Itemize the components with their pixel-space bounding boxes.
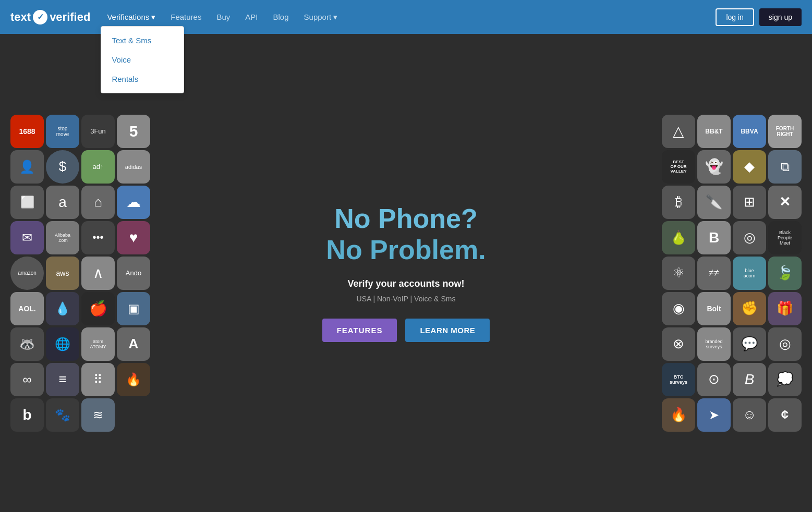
hero-section: No Phone? No Problem. Verify your accoun… xyxy=(302,204,511,343)
left-icon-5: 5 xyxy=(117,115,150,148)
right-icon-forthright: FORTHRIGHT xyxy=(768,115,802,148)
left-icon-amazon: amazon xyxy=(10,257,44,290)
right-icon-delta: △ xyxy=(662,115,695,148)
right-icon-btc-surveys: BTCsurveys xyxy=(662,363,695,396)
right-icon-fist: ✊ xyxy=(733,292,766,325)
right-icon-rings: ⊗ xyxy=(662,327,695,361)
navbar: text ✓ verified Verifications ▾ Text & S… xyxy=(0,0,812,34)
left-icon-baidu-b: b xyxy=(10,398,44,432)
left-icon-globe: 🌐 xyxy=(46,327,79,361)
right-icon-bbt: BB&T xyxy=(697,115,731,148)
left-icon-portrait: ⬜ xyxy=(10,186,44,219)
dropdown-voice[interactable]: Voice xyxy=(101,50,184,69)
left-icon-raccoon: 🦝 xyxy=(10,327,44,361)
right-icon-b-script: B xyxy=(733,363,766,396)
right-icon-disc: ◎ xyxy=(768,327,802,361)
right-icon-x-mark: ✕ xyxy=(768,186,802,219)
right-icon-bitcoin: ₿ xyxy=(662,186,695,219)
left-icon-1688: 1688 xyxy=(10,115,44,148)
logo-text-right: verified xyxy=(50,10,90,24)
chevron-down-icon-support: ▾ xyxy=(333,13,337,22)
right-icon-bestvalley: BESTOF OURVALLEY xyxy=(662,150,695,184)
left-icon-av: ∧ xyxy=(81,257,115,290)
left-icon-ando: Ando xyxy=(117,257,150,290)
right-icon-gift: 🎁 xyxy=(768,292,802,325)
logo: text ✓ verified xyxy=(10,10,90,25)
right-icon-blueacorn: blueacorn xyxy=(733,257,766,290)
hero-title-line2: No Problem. xyxy=(302,234,511,266)
logo-checkmark: ✓ xyxy=(33,10,47,25)
left-icon-accountant: 👤 xyxy=(10,150,44,184)
left-icon-adidas: adidas xyxy=(117,150,150,184)
right-icon-bubble: 💭 xyxy=(768,363,802,396)
left-icon-3fun: 3Fun xyxy=(81,115,115,148)
right-app-grid: △BB&TBBVAFORTHRIGHTBESTOF OURVALLEY👻◆⧉₿🔪… xyxy=(662,115,802,432)
left-icon-dollar: $ xyxy=(46,150,79,184)
right-icon-chat: 💬 xyxy=(733,327,766,361)
right-icon-branded-surveys: brandedsurveys xyxy=(697,327,731,361)
left-icon-dots: ••• xyxy=(81,221,115,254)
right-icon-bbva: BBVA xyxy=(733,115,766,148)
left-icon-alibaba: Alibaba.com xyxy=(46,221,79,254)
right-icon-leaf: 🍃 xyxy=(768,257,802,290)
verifications-dropdown-menu: Text & Sms Voice Rentals xyxy=(101,26,184,93)
right-icon-grid-icon: ⊞ xyxy=(733,186,766,219)
left-icon-bank: ≋ xyxy=(81,398,115,432)
right-icon-blackpeoplemeet: BlackPeopleMeet xyxy=(768,221,802,254)
left-icon-aws: aws xyxy=(46,257,79,290)
right-icon-pear: 🍐 xyxy=(662,221,695,254)
left-icon-apple: 🍎 xyxy=(81,292,115,325)
main-content: 1688stopmove3Fun5👤$ad↑adidas⬜a⌂☁✉Alibaba… xyxy=(0,34,812,512)
left-icon-square: ▣ xyxy=(117,292,150,325)
nav-support[interactable]: Support ▾ xyxy=(298,8,344,26)
right-icon-layers: ⧉ xyxy=(768,150,802,184)
login-button[interactable]: log in xyxy=(716,8,754,26)
right-icon-smile: ☺ xyxy=(733,398,766,432)
left-icon-cloud: ☁ xyxy=(117,186,150,219)
chevron-down-icon: ▾ xyxy=(151,13,155,22)
features-button[interactable]: FEATURES xyxy=(322,319,397,342)
right-icon-arrow: ➤ xyxy=(697,398,731,432)
left-icon-fire: 🔥 xyxy=(117,363,150,396)
logo-text-left: text xyxy=(10,10,31,24)
nav-api[interactable]: API xyxy=(239,8,264,26)
right-icon-atom-icon: ⚛ xyxy=(662,257,695,290)
nav-blog[interactable]: Blog xyxy=(267,8,295,26)
right-icon-circle-b: ◎ xyxy=(733,221,766,254)
hero-buttons: FEATURES LEARN MORE xyxy=(302,319,511,342)
right-icon-fire2: 🔥 xyxy=(662,398,695,432)
nav-auth-buttons: log in sign up xyxy=(716,8,802,26)
left-icon-aol: AOL. xyxy=(10,292,44,325)
verifications-dropdown-wrapper: Verifications ▾ Text & Sms Voice Rentals xyxy=(101,8,162,26)
nav-verifications[interactable]: Verifications ▾ xyxy=(101,8,162,26)
left-icon-stopmove: stopmove xyxy=(46,115,79,148)
right-icon-knife: 🔪 xyxy=(697,186,731,219)
dropdown-text-sms[interactable]: Text & Sms xyxy=(101,31,184,50)
left-icon-airbnb: ⌂ xyxy=(81,186,115,219)
hero-subtitle: Verify your accounts now! xyxy=(302,278,511,289)
left-icon-mail: ✉ xyxy=(10,221,44,254)
right-icon-circle-icon: ⊙ xyxy=(697,363,731,396)
left-icon-lines: ≡ xyxy=(46,363,79,396)
right-icon-bolt: Bolt xyxy=(697,292,731,325)
brand-logo[interactable]: text ✓ verified xyxy=(10,10,90,25)
left-icon-adit: ad↑ xyxy=(81,150,115,184)
right-icon-ghost: 👻 xyxy=(697,150,731,184)
left-icon-dots4: ⠿ xyxy=(81,363,115,396)
right-icon-b-bold: B xyxy=(697,221,731,254)
nav-features[interactable]: Features xyxy=(164,8,208,26)
nav-buy[interactable]: Buy xyxy=(210,8,236,26)
signup-button[interactable]: sign up xyxy=(759,8,802,26)
learn-more-button[interactable]: LEARN MORE xyxy=(405,319,490,342)
left-icon-atomy: atomATOMY xyxy=(81,327,115,361)
dropdown-rentals[interactable]: Rentals xyxy=(101,69,184,89)
left-icon-apollo: a xyxy=(46,186,79,219)
left-icon-drop: 💧 xyxy=(46,292,79,325)
left-app-grid: 1688stopmove3Fun5👤$ad↑adidas⬜a⌂☁✉Alibaba… xyxy=(10,115,150,432)
hero-title-line1: No Phone? xyxy=(302,204,511,234)
right-icon-binance: ◆ xyxy=(733,150,766,184)
right-icon-hatching: ≠≠ xyxy=(697,257,731,290)
hero-tags: USA | Non-VoIP | Voice & Sms xyxy=(302,295,511,303)
nav-links: Verifications ▾ Text & Sms Voice Rentals… xyxy=(101,8,716,26)
left-icon-paw: 🐾 xyxy=(46,398,79,432)
